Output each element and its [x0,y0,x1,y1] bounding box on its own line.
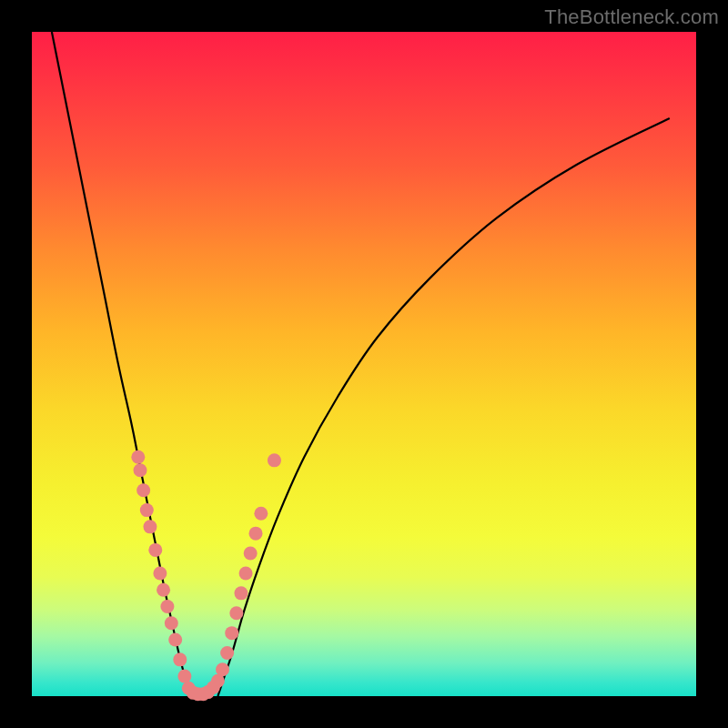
data-dot [131,450,145,464]
data-dot [148,543,162,557]
data-dot [136,483,150,497]
chart-svg [32,32,696,696]
data-dot [239,566,253,580]
data-dot [244,547,258,561]
data-dot [216,662,229,676]
data-dot [160,600,174,613]
data-dot [165,616,178,630]
right-curve [217,118,669,696]
data-dot [229,606,243,620]
data-dot [249,527,263,541]
data-dot [133,463,147,477]
plot-area [32,32,696,696]
data-dot [173,652,187,666]
data-dot [157,583,170,597]
left-curve [52,32,190,696]
data-dot [153,566,167,580]
data-dot [268,453,281,467]
data-dots [131,450,281,702]
watermark-label: TheBottleneck.com [544,5,719,29]
data-dot [225,626,238,640]
data-dot [143,520,157,533]
chart-frame: TheBottleneck.com [0,0,728,728]
data-dot [140,503,154,517]
data-dot [234,586,248,600]
data-dot [168,632,182,646]
data-dot [177,670,191,683]
data-dot [220,646,234,660]
data-dot [254,507,268,521]
